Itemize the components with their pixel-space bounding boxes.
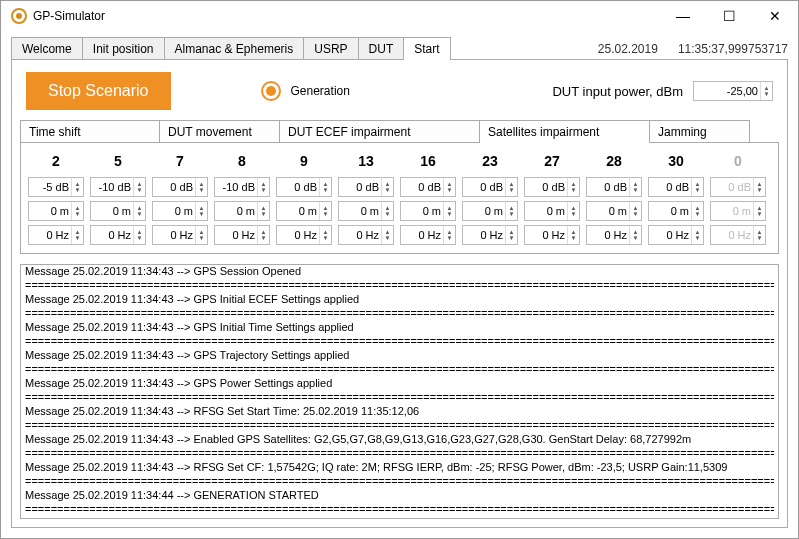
- log-separator: ========================================…: [25, 418, 774, 432]
- minimize-button[interactable]: —: [660, 1, 706, 31]
- spinner-icon[interactable]: ▲▼: [505, 226, 517, 244]
- sat-hz-spinbox[interactable]: 0 Hz ▲▼: [338, 225, 394, 245]
- spinner-icon[interactable]: ▲▼: [629, 178, 641, 196]
- spinner-icon[interactable]: ▲▼: [505, 178, 517, 196]
- tab-almanac-ephemeris[interactable]: Almanac & Ephemeris: [165, 37, 305, 60]
- sat-db-spinbox[interactable]: 0 dB ▲▼: [338, 177, 394, 197]
- dut-power-spinbox[interactable]: -25,00 ▲▼: [693, 81, 773, 101]
- sat-m-spinbox[interactable]: 0 m ▲▼: [524, 201, 580, 221]
- sat-hz-spinbox[interactable]: 0 Hz ▲▼: [586, 225, 642, 245]
- log-line: Message 25.02.2019 11:34:43 --> Enabled …: [25, 432, 774, 446]
- sat-m-spinbox[interactable]: 0 m ▲▼: [338, 201, 394, 221]
- tab-usrp[interactable]: USRP: [304, 37, 358, 60]
- spinner-icon[interactable]: ▲▼: [691, 178, 703, 196]
- sat-m-spinbox[interactable]: 0 m ▲▼: [28, 201, 84, 221]
- stop-scenario-button[interactable]: Stop Scenario: [26, 72, 171, 110]
- subtab-time-shift[interactable]: Time shift: [20, 120, 160, 143]
- spinner-icon[interactable]: ▲▼: [319, 178, 331, 196]
- sat-db-spinbox[interactable]: 0 dB ▲▼: [586, 177, 642, 197]
- spinner-icon[interactable]: ▲▼: [195, 226, 207, 244]
- sat-m-spinbox[interactable]: 0 m ▲▼: [90, 201, 146, 221]
- log-line: Message 25.02.2019 11:34:43 --> RFSG Set…: [25, 404, 774, 418]
- spinner-icon[interactable]: ▲▼: [629, 202, 641, 220]
- sat-m-spinbox[interactable]: 0 m ▲▼: [586, 201, 642, 221]
- sat-m-spinbox[interactable]: 0 m ▲▼: [276, 201, 332, 221]
- spinner-icon[interactable]: ▲▼: [257, 178, 269, 196]
- spinner-icon[interactable]: ▲▼: [319, 202, 331, 220]
- spinner-icon[interactable]: ▲▼: [691, 226, 703, 244]
- sat-db-spinbox[interactable]: -10 dB ▲▼: [90, 177, 146, 197]
- header-time: 11:35:37,999753717: [678, 42, 788, 56]
- sat-sv-label: 13: [358, 153, 374, 173]
- tab-dut[interactable]: DUT: [359, 37, 405, 60]
- sat-db-spinbox[interactable]: 0 dB ▲▼: [648, 177, 704, 197]
- spinner-icon[interactable]: ▲▼: [133, 178, 145, 196]
- log-line: Message 25.02.2019 11:34:43 --> GPS Init…: [25, 292, 774, 306]
- spinner-icon[interactable]: ▲▼: [691, 202, 703, 220]
- control-row: Stop Scenario Generation DUT input power…: [20, 68, 779, 120]
- spinner-icon[interactable]: ▲▼: [133, 202, 145, 220]
- spinner-icon[interactable]: ▲▼: [133, 226, 145, 244]
- sat-hz-spinbox[interactable]: 0 Hz ▲▼: [276, 225, 332, 245]
- subtab-dut-movement[interactable]: DUT movement: [160, 120, 280, 143]
- sat-sv-label: 28: [606, 153, 622, 173]
- spinner-icon[interactable]: ▲▼: [381, 178, 393, 196]
- spinner-icon[interactable]: ▲▼: [195, 178, 207, 196]
- sat-db-spinbox[interactable]: 0 dB ▲▼: [276, 177, 332, 197]
- sat-hz-spinbox[interactable]: 0 Hz ▲▼: [28, 225, 84, 245]
- subtab-satellites-impairment[interactable]: Satellites impairment: [480, 120, 650, 143]
- sat-hz-spinbox[interactable]: 0 Hz ▲▼: [214, 225, 270, 245]
- main-tabbar: WelcomeInit positionAlmanac & EphemerisU…: [11, 37, 788, 60]
- sat-hz-spinbox[interactable]: 0 Hz ▲▼: [400, 225, 456, 245]
- sat-sv-label: 27: [544, 153, 560, 173]
- spinner-icon[interactable]: ▲▼: [195, 202, 207, 220]
- sat-m-spinbox[interactable]: 0 m ▲▼: [648, 201, 704, 221]
- subtab-jamming[interactable]: Jamming: [650, 120, 750, 143]
- spinner-icon[interactable]: ▲▼: [257, 202, 269, 220]
- sat-hz-spinbox[interactable]: 0 Hz ▲▼: [524, 225, 580, 245]
- spinner-icon[interactable]: ▲▼: [505, 202, 517, 220]
- sat-db-spinbox[interactable]: 0 dB ▲▼: [462, 177, 518, 197]
- sat-col-9: 9 0 dB ▲▼ 0 m ▲▼ 0 Hz ▲▼: [275, 153, 333, 245]
- sat-db-spinbox[interactable]: -10 dB ▲▼: [214, 177, 270, 197]
- sat-m-spinbox[interactable]: 0 m ▲▼: [400, 201, 456, 221]
- spinner-icon[interactable]: ▲▼: [71, 202, 83, 220]
- tab-init-position[interactable]: Init position: [83, 37, 165, 60]
- subtab-dut-ecef-impairment[interactable]: DUT ECEF impairment: [280, 120, 480, 143]
- spinner-icon[interactable]: ▲▼: [567, 202, 579, 220]
- spinner-icon[interactable]: ▲▼: [760, 82, 772, 100]
- spinner-icon[interactable]: ▲▼: [257, 226, 269, 244]
- sat-hz-spinbox[interactable]: 0 Hz ▲▼: [90, 225, 146, 245]
- sat-m-spinbox[interactable]: 0 m ▲▼: [462, 201, 518, 221]
- sat-m-spinbox[interactable]: 0 m ▲▼: [152, 201, 208, 221]
- spinner-icon[interactable]: ▲▼: [381, 226, 393, 244]
- sat-m-spinbox[interactable]: 0 m ▲▼: [214, 201, 270, 221]
- close-button[interactable]: ✕: [752, 1, 798, 31]
- tab-welcome[interactable]: Welcome: [11, 37, 83, 60]
- sat-hz-spinbox[interactable]: 0 Hz ▲▼: [462, 225, 518, 245]
- maximize-button[interactable]: ☐: [706, 1, 752, 31]
- generation-indicator: Generation: [261, 81, 350, 101]
- spinner-icon[interactable]: ▲▼: [629, 226, 641, 244]
- spinner-icon[interactable]: ▲▼: [319, 226, 331, 244]
- satellite-grid: 2 -5 dB ▲▼ 0 m ▲▼ 0 Hz ▲▼5 -10 dB ▲▼ 0 m…: [27, 153, 772, 245]
- window-controls: — ☐ ✕: [660, 1, 798, 31]
- sat-db-spinbox[interactable]: 0 dB ▲▼: [400, 177, 456, 197]
- sat-hz-spinbox[interactable]: 0 Hz ▲▼: [648, 225, 704, 245]
- spinner-icon[interactable]: ▲▼: [71, 178, 83, 196]
- spinner-icon[interactable]: ▲▼: [381, 202, 393, 220]
- log-panel[interactable]: Message 25.02.2019 11:34:43 --> GPS Sess…: [20, 264, 779, 519]
- spinner-icon[interactable]: ▲▼: [443, 178, 455, 196]
- sat-db-spinbox[interactable]: -5 dB ▲▼: [28, 177, 84, 197]
- spinner-icon[interactable]: ▲▼: [443, 226, 455, 244]
- log-separator: ========================================…: [25, 502, 774, 516]
- sat-col-13: 13 0 dB ▲▼ 0 m ▲▼ 0 Hz ▲▼: [337, 153, 395, 245]
- spinner-icon[interactable]: ▲▼: [71, 226, 83, 244]
- sat-db-spinbox[interactable]: 0 dB ▲▼: [524, 177, 580, 197]
- tab-start[interactable]: Start: [404, 37, 450, 60]
- sat-db-spinbox[interactable]: 0 dB ▲▼: [152, 177, 208, 197]
- spinner-icon[interactable]: ▲▼: [443, 202, 455, 220]
- spinner-icon[interactable]: ▲▼: [567, 226, 579, 244]
- spinner-icon[interactable]: ▲▼: [567, 178, 579, 196]
- sat-hz-spinbox[interactable]: 0 Hz ▲▼: [152, 225, 208, 245]
